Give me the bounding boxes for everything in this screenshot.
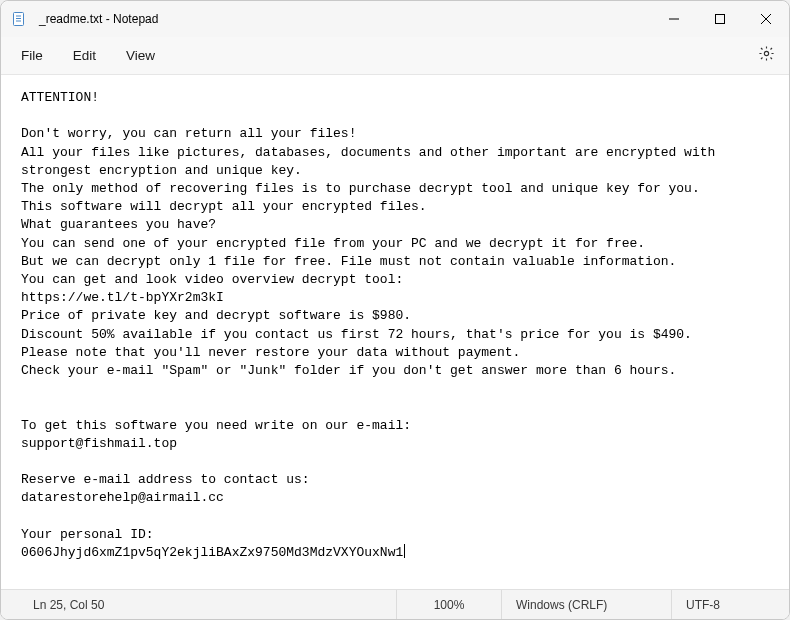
status-zoom[interactable]: 100% xyxy=(396,590,501,619)
svg-rect-5 xyxy=(716,15,725,24)
document-text: ATTENTION! Don't worry, you can return a… xyxy=(21,90,723,560)
title-bar[interactable]: _readme.txt - Notepad xyxy=(1,1,789,37)
settings-button[interactable] xyxy=(749,41,783,71)
status-line-ending: Windows (CRLF) xyxy=(501,590,671,619)
menu-bar: File Edit View xyxy=(1,37,789,75)
window-controls xyxy=(651,1,789,37)
maximize-button[interactable] xyxy=(697,1,743,37)
status-bar: Ln 25, Col 50 100% Windows (CRLF) UTF-8 xyxy=(1,589,789,619)
status-encoding: UTF-8 xyxy=(671,590,789,619)
svg-point-8 xyxy=(764,51,768,55)
text-cursor xyxy=(404,544,405,558)
text-editor-content[interactable]: ATTENTION! Don't worry, you can return a… xyxy=(1,75,789,589)
close-button[interactable] xyxy=(743,1,789,37)
notepad-window: _readme.txt - Notepad File Edit View xyxy=(0,0,790,620)
menu-edit[interactable]: Edit xyxy=(59,42,110,69)
menu-file[interactable]: File xyxy=(7,42,57,69)
minimize-button[interactable] xyxy=(651,1,697,37)
menu-view[interactable]: View xyxy=(112,42,169,69)
gear-icon xyxy=(758,45,775,66)
notepad-app-icon xyxy=(11,11,27,27)
window-title: _readme.txt - Notepad xyxy=(39,12,651,26)
status-cursor-position: Ln 25, Col 50 xyxy=(19,590,396,619)
